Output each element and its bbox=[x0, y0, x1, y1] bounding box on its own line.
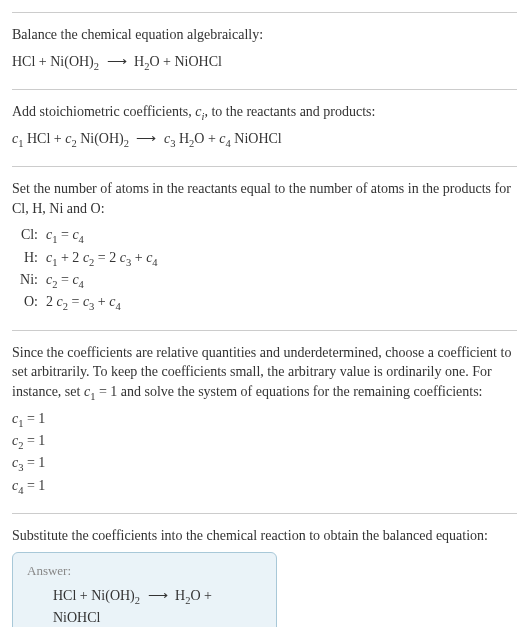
sp3b: O + bbox=[194, 131, 219, 146]
stoich-text: Add stoichiometric coefficients, ci, to … bbox=[12, 102, 517, 122]
section-solve: Since the coefficients are relative quan… bbox=[12, 330, 517, 513]
sp1: HCl + bbox=[23, 131, 65, 146]
arrow-icon: ⟶ bbox=[144, 588, 172, 603]
arrow-icon: ⟶ bbox=[103, 54, 131, 69]
eq-row-ni: Ni: c2 = c4 bbox=[12, 269, 517, 291]
sub: 4 bbox=[79, 279, 84, 290]
eq-row-h: H: c1 + 2 c2 = 2 c3 + c4 bbox=[12, 247, 517, 269]
sp3: H bbox=[175, 131, 189, 146]
sp4: NiOHCl bbox=[231, 131, 282, 146]
coef-line: c2 = 1 bbox=[12, 430, 517, 452]
prompt-text: Balance the chemical equation algebraica… bbox=[12, 25, 517, 45]
sp2: Ni(OH) bbox=[77, 131, 124, 146]
eq-rhs-a: H bbox=[134, 54, 144, 69]
mult: 2 bbox=[46, 294, 57, 309]
rhs1: H bbox=[175, 588, 185, 603]
eq-label: H: bbox=[12, 247, 46, 269]
sub: 2 bbox=[135, 594, 140, 605]
unbalanced-equation: HCl + Ni(OH)2 ⟶ H2O + NiOHCl bbox=[12, 51, 517, 73]
eq: = bbox=[68, 294, 83, 309]
eq-row-cl: Cl: c1 = c4 bbox=[12, 224, 517, 246]
val: = 1 bbox=[23, 433, 45, 448]
text-b: = 1 and solve the system of equations fo… bbox=[95, 384, 482, 399]
sp2-sub: 2 bbox=[124, 137, 129, 148]
text-a: Add stoichiometric coefficients, bbox=[12, 104, 195, 119]
solve-text: Since the coefficients are relative quan… bbox=[12, 343, 517, 402]
eq-label: O: bbox=[12, 291, 46, 313]
arrow-icon: ⟶ bbox=[132, 131, 160, 146]
eq-label: Cl: bbox=[12, 224, 46, 246]
equations-table: Cl: c1 = c4 H: c1 + 2 c2 = 2 c3 + c4 Ni:… bbox=[12, 224, 517, 314]
eq-formula: c1 = c4 bbox=[46, 224, 84, 246]
section-balance-prompt: Balance the chemical equation algebraica… bbox=[12, 12, 517, 89]
eq-rhs-b: O + NiOHCl bbox=[149, 54, 221, 69]
lhs: HCl + Ni(OH) bbox=[53, 588, 135, 603]
text-b: , to the reactants and products: bbox=[204, 104, 375, 119]
sub: 4 bbox=[79, 234, 84, 245]
sub: 4 bbox=[152, 256, 157, 267]
atom-eq-text: Set the number of atoms in the reactants… bbox=[12, 179, 517, 218]
coef-equation: c1 HCl + c2 Ni(OH)2 ⟶ c3 H2O + c4 NiOHCl bbox=[12, 128, 517, 150]
answer-label: Answer: bbox=[27, 563, 262, 579]
section-stoichiometric: Add stoichiometric coefficients, ci, to … bbox=[12, 89, 517, 166]
substitute-text: Substitute the coefficients into the che… bbox=[12, 526, 517, 546]
plus: + bbox=[94, 294, 109, 309]
eq: = bbox=[57, 227, 72, 242]
coef-line: c4 = 1 bbox=[12, 475, 517, 497]
sub: 2 bbox=[94, 60, 99, 71]
coefficient-solutions: c1 = 1 c2 = 1 c3 = 1 c4 = 1 bbox=[12, 408, 517, 498]
eq-lhs: HCl + Ni(OH) bbox=[12, 54, 94, 69]
eq-formula: 2 c2 = c3 + c4 bbox=[46, 291, 121, 313]
eq: = bbox=[57, 272, 72, 287]
plus: + bbox=[131, 250, 146, 265]
answer-box: Answer: HCl + Ni(OH)2 ⟶ H2O + NiOHCl bbox=[12, 552, 277, 627]
coef-line: c1 = 1 bbox=[12, 408, 517, 430]
balanced-equation: HCl + Ni(OH)2 ⟶ H2O + NiOHCl bbox=[27, 585, 262, 627]
coef-line: c3 = 1 bbox=[12, 452, 517, 474]
val: = 1 bbox=[23, 411, 45, 426]
eq-formula: c1 + 2 c2 = 2 c3 + c4 bbox=[46, 247, 158, 269]
eq-formula: c2 = c4 bbox=[46, 269, 84, 291]
section-atom-equations: Set the number of atoms in the reactants… bbox=[12, 166, 517, 330]
val: = 1 bbox=[23, 455, 45, 470]
sub: 4 bbox=[115, 301, 120, 312]
eq-label: Ni: bbox=[12, 269, 46, 291]
eq-row-o: O: 2 c2 = c3 + c4 bbox=[12, 291, 517, 313]
val: = 1 bbox=[23, 478, 45, 493]
plus: + 2 bbox=[57, 250, 82, 265]
section-substitute: Substitute the coefficients into the che… bbox=[12, 513, 517, 627]
eq: = 2 bbox=[94, 250, 119, 265]
